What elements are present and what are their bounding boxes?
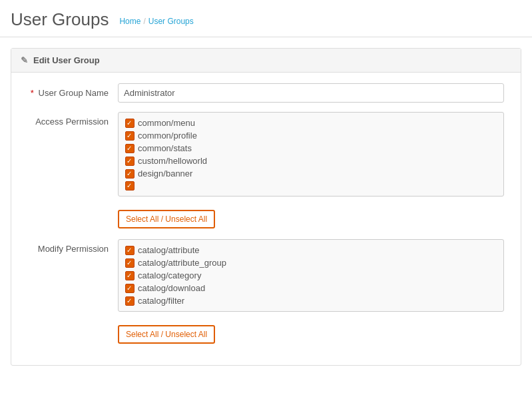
access-perm-0: common/menu (138, 118, 195, 128)
modify-checkbox-1[interactable] (125, 258, 134, 268)
access-checkbox-2[interactable] (125, 144, 134, 153)
breadcrumb-current[interactable]: User Groups (148, 17, 194, 26)
page-header: User Groups Home / User Groups (0, 0, 532, 37)
modify-checkbox-4[interactable] (125, 296, 134, 306)
edit-user-group-panel: ✎ Edit User Group * User Group Name Acce… (11, 48, 521, 366)
access-checkbox-1[interactable] (125, 131, 134, 141)
access-perm-2: common/stats (138, 143, 192, 153)
access-perm-3: custom/helloworld (138, 156, 207, 166)
list-item: catalog/attribute (125, 244, 497, 256)
breadcrumb-home[interactable]: Home (119, 17, 140, 26)
modify-perm-1: catalog/attribute_group (138, 258, 226, 268)
user-group-name-input[interactable] (118, 83, 504, 103)
modify-permission-label-text: Modify Permission (38, 244, 109, 254)
modify-checkbox-2[interactable] (125, 271, 134, 280)
panel-title: Edit User Group (33, 55, 100, 65)
modify-perm-0: catalog/attribute (138, 245, 200, 255)
modify-perm-3: catalog/download (138, 283, 205, 293)
pencil-icon: ✎ (21, 55, 28, 65)
required-star: * (31, 88, 34, 98)
modify-permission-label: Modify Permission (11, 239, 118, 254)
access-permission-row: Access Permission common/menu common/pro… (11, 112, 521, 197)
breadcrumb-separator: / (143, 17, 145, 26)
user-group-name-label-text: User Group Name (39, 88, 109, 98)
access-select-all-button[interactable]: Select All / Unselect All (118, 210, 215, 228)
list-item: catalog/attribute_group (125, 256, 497, 269)
modify-permission-row: Modify Permission catalog/attribute cata… (11, 239, 521, 312)
access-actions-area: Select All / Unselect All (118, 206, 504, 234)
modify-actions-area: Select All / Unselect All (118, 321, 504, 349)
access-checkbox-0[interactable] (125, 119, 134, 128)
list-item (125, 180, 497, 192)
access-select-all-row: Select All / Unselect All (11, 206, 521, 234)
page-title: User Groups (11, 9, 109, 30)
breadcrumb: Home / User Groups (119, 17, 193, 26)
list-item: catalog/download (125, 282, 497, 294)
modify-perm-2: catalog/category (138, 270, 201, 280)
list-item: common/stats (125, 142, 497, 155)
list-item: catalog/filter (125, 294, 497, 307)
user-group-name-row: * User Group Name (11, 83, 521, 103)
panel-heading: ✎ Edit User Group (11, 49, 521, 73)
list-item: common/profile (125, 129, 497, 142)
user-group-name-label: * User Group Name (11, 83, 118, 98)
access-checkbox-4[interactable] (125, 169, 134, 179)
access-checkbox-3[interactable] (125, 157, 134, 166)
access-permission-box: common/menu common/profile common/stats … (118, 112, 504, 197)
list-item: design/banner (125, 167, 497, 180)
access-perm-4: design/banner (138, 169, 192, 179)
modify-checkbox-0[interactable] (125, 246, 134, 255)
modify-select-all-button[interactable]: Select All / Unselect All (118, 325, 215, 344)
list-item: catalog/category (125, 269, 497, 282)
list-item: custom/helloworld (125, 155, 497, 167)
modify-select-all-row: Select All / Unselect All (11, 321, 521, 349)
modify-checkbox-3[interactable] (125, 284, 134, 293)
access-checkbox-5[interactable] (125, 181, 134, 191)
list-item: common/menu (125, 117, 497, 129)
access-permission-label-text: Access Permission (35, 117, 109, 127)
access-perm-1: common/profile (138, 131, 197, 141)
modify-perm-4: catalog/filter (138, 296, 184, 306)
access-permission-label: Access Permission (11, 112, 118, 127)
form-body: * User Group Name Access Permission comm… (11, 73, 521, 365)
modify-permission-box: catalog/attribute catalog/attribute_grou… (118, 239, 504, 312)
